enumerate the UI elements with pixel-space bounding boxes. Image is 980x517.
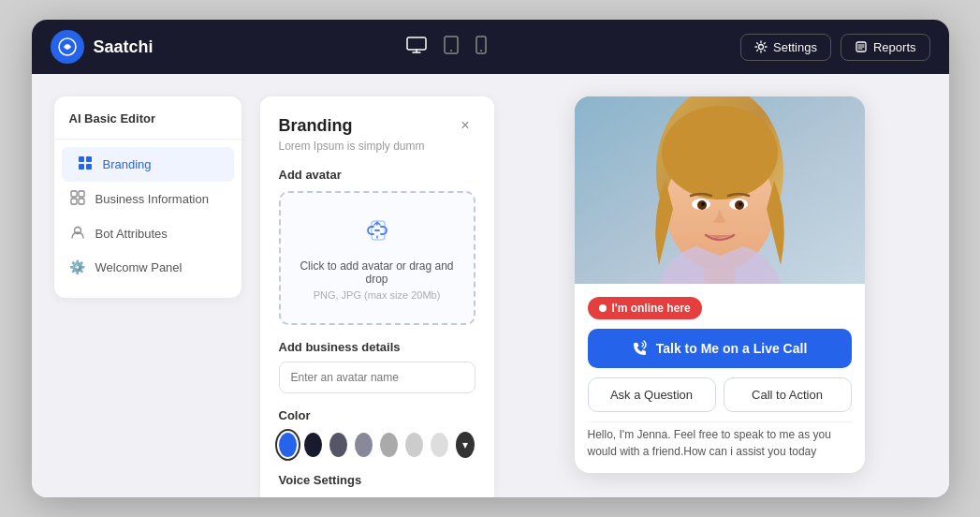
live-call-button[interactable]: Talk to Me on a Live Call bbox=[588, 329, 852, 368]
panel-subtitle: Lorem Ipsum is simply dumm bbox=[279, 140, 475, 153]
svg-rect-14 bbox=[71, 199, 77, 204]
color-dot-gray5[interactable] bbox=[431, 433, 448, 457]
logo-area: Saatchi bbox=[51, 30, 154, 64]
upload-hint: PNG, JPG (max size 20Mb) bbox=[296, 289, 459, 301]
svg-rect-9 bbox=[86, 156, 92, 162]
color-dot-gray3[interactable] bbox=[380, 433, 398, 457]
action-row: Ask a Question Call to Action bbox=[588, 377, 852, 412]
welcome-icon: ⚙️ bbox=[69, 259, 86, 274]
avatar-name-input[interactable] bbox=[279, 362, 475, 393]
ask-question-button[interactable]: Ask a Question bbox=[588, 377, 716, 412]
business-label: Business Information bbox=[95, 192, 209, 206]
desktop-icon[interactable] bbox=[406, 37, 427, 58]
color-row: ▾ bbox=[279, 432, 475, 458]
svg-rect-15 bbox=[79, 199, 84, 204]
svg-rect-10 bbox=[79, 164, 84, 170]
sidebar-title: AI Basic Editor bbox=[54, 111, 241, 140]
welcome-label: Welcomw Panel bbox=[95, 260, 183, 274]
upload-text: Click to add avatar or drag and drop bbox=[296, 259, 459, 286]
tablet-icon[interactable] bbox=[444, 36, 459, 59]
branding-icon bbox=[77, 155, 94, 173]
topbar: Saatchi bbox=[32, 20, 949, 74]
reports-button[interactable]: Reports bbox=[841, 34, 930, 61]
color-label: Color bbox=[279, 408, 475, 422]
color-dot-gray1[interactable] bbox=[329, 433, 347, 457]
online-badge-text: I'm online here bbox=[612, 302, 691, 315]
add-avatar-label: Add avatar bbox=[279, 168, 475, 182]
settings-button[interactable]: Settings bbox=[740, 34, 831, 61]
bot-icon bbox=[69, 225, 86, 243]
color-dot-dark[interactable] bbox=[304, 433, 322, 457]
editor-sidebar: AI Basic Editor Branding bbox=[54, 96, 241, 298]
close-button[interactable]: × bbox=[455, 115, 475, 136]
svg-point-22 bbox=[662, 106, 778, 199]
sidebar-item-welcome[interactable]: ⚙️ Welcomw Panel bbox=[54, 251, 241, 283]
avatar-upload-zone[interactable]: Click to add avatar or drag and drop PNG… bbox=[279, 191, 475, 325]
color-dot-blue[interactable] bbox=[279, 433, 297, 457]
topbar-right: Settings Reports bbox=[740, 34, 930, 61]
business-details-label: Add business details bbox=[279, 340, 475, 354]
mobile-icon[interactable] bbox=[475, 36, 487, 59]
branding-label: Branding bbox=[103, 157, 152, 171]
preview-panel: I'm online here Talk to Me on a Live Cal… bbox=[513, 96, 927, 473]
upload-icon bbox=[296, 215, 459, 252]
svg-point-27 bbox=[701, 202, 705, 206]
svg-rect-11 bbox=[86, 164, 92, 170]
widget-chat-text: Hello, I'm Jenna. Feel free to speak to … bbox=[588, 421, 852, 460]
main-content: AI Basic Editor Branding bbox=[32, 74, 949, 497]
voice-settings-label: Voice Settings bbox=[279, 473, 475, 487]
svg-point-6 bbox=[758, 45, 763, 50]
online-dot bbox=[599, 304, 607, 312]
svg-rect-12 bbox=[71, 191, 77, 197]
panel-header: Branding × bbox=[279, 115, 475, 136]
bot-label: Bot Attributes bbox=[95, 227, 168, 241]
svg-rect-13 bbox=[79, 191, 84, 197]
live-call-label: Talk to Me on a Live Call bbox=[656, 341, 808, 356]
business-icon bbox=[69, 190, 86, 208]
svg-point-28 bbox=[739, 202, 742, 206]
sidebar-item-business[interactable]: Business Information bbox=[54, 182, 241, 216]
call-to-action-button[interactable]: Call to Action bbox=[724, 377, 852, 412]
widget-avatar bbox=[575, 96, 865, 284]
svg-point-3 bbox=[450, 50, 452, 52]
widget-bottom: I'm online here Talk to Me on a Live Cal… bbox=[575, 284, 865, 473]
svg-point-5 bbox=[480, 50, 482, 52]
chat-widget: I'm online here Talk to Me on a Live Cal… bbox=[575, 96, 865, 473]
sidebar-item-branding[interactable]: Branding bbox=[62, 147, 234, 182]
svg-rect-1 bbox=[407, 37, 426, 50]
color-dot-gray2[interactable] bbox=[355, 433, 373, 457]
device-switcher bbox=[154, 36, 740, 59]
color-dropdown-btn[interactable]: ▾ bbox=[456, 432, 475, 458]
logo-text: Saatchi bbox=[94, 37, 154, 57]
online-badge: I'm online here bbox=[588, 297, 702, 319]
panel-title: Branding bbox=[279, 116, 353, 136]
branding-panel: Branding × Lorem Ipsum is simply dumm Ad… bbox=[260, 96, 494, 497]
color-dot-gray4[interactable] bbox=[405, 433, 423, 457]
sidebar-item-bot[interactable]: Bot Attributes bbox=[54, 216, 241, 251]
svg-rect-8 bbox=[79, 156, 84, 162]
logo-icon bbox=[51, 30, 84, 64]
